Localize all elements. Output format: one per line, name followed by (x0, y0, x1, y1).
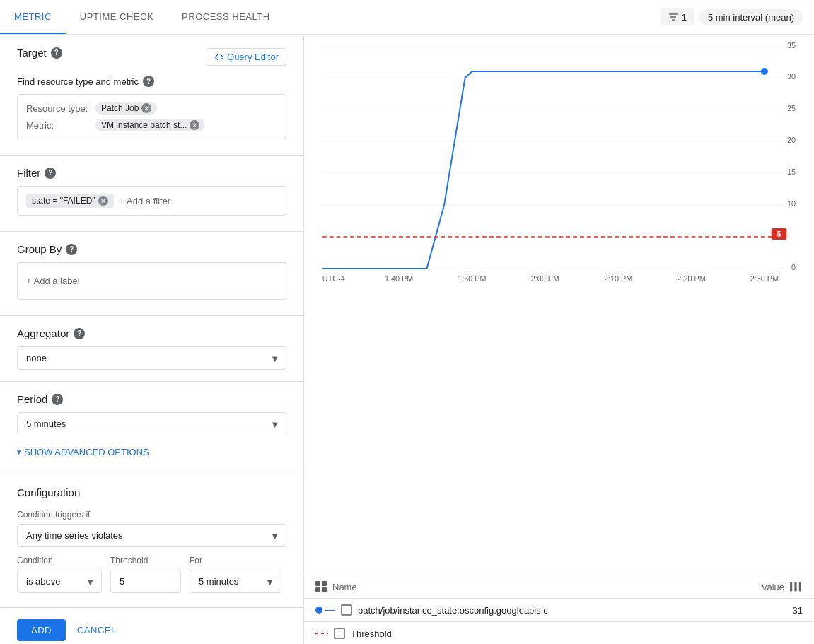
period-help-icon[interactable]: ? (52, 394, 63, 405)
configuration-title: Configuration (17, 486, 286, 498)
column-settings-icon[interactable] (789, 581, 803, 592)
condition-select[interactable]: is above is below is equal to (17, 570, 102, 593)
resource-type-chip[interactable]: Patch Job ✕ (95, 102, 157, 115)
legend-row-metric: patch/job/instance_state:osconfig.google… (304, 599, 814, 622)
threshold-col-label: Threshold (110, 556, 181, 566)
chevron-down-icon: ▾ (17, 447, 21, 457)
legend-row-threshold: Threshold (304, 622, 814, 644)
svg-text:20: 20 (787, 136, 796, 144)
resource-type-label: Resource type: (26, 103, 90, 114)
svg-text:2:00 PM: 2:00 PM (531, 274, 559, 283)
filter-icon (668, 11, 679, 23)
legend-name-col-header: Name (332, 582, 357, 592)
filter-count: 1 (682, 12, 687, 23)
condition-select-wrapper: is above is below is equal to ▼ (17, 570, 102, 593)
tab-process-health[interactable]: PROCESS HEALTH (168, 0, 284, 34)
threshold-row-name: Threshold (351, 628, 392, 639)
svg-text:35: 35 (787, 42, 796, 49)
cancel-button[interactable]: CANCEL (74, 619, 120, 641)
svg-text:15: 15 (787, 168, 796, 176)
for-label: For (190, 556, 281, 566)
metric-row-value: 31 (746, 605, 803, 616)
resource-metric-group: Resource type: Patch Job ✕ Metric: VM in… (17, 94, 286, 139)
code-icon (214, 52, 224, 62)
svg-rect-25 (790, 582, 792, 592)
legend-table: Name Value (304, 575, 814, 644)
metric-label: Metric: (26, 120, 90, 131)
add-button[interactable]: ADD (17, 619, 66, 641)
metric-close[interactable]: ✕ (190, 120, 199, 130)
legend-header: Name Value (304, 575, 814, 599)
svg-point-14 (761, 68, 768, 75)
svg-text:1:40 PM: 1:40 PM (385, 274, 413, 283)
svg-text:25: 25 (787, 104, 796, 112)
interval-badge[interactable]: 5 min interval (mean) (699, 9, 803, 25)
period-title: Period (17, 393, 47, 405)
condition-triggers-select[interactable]: Any time series violates All time series… (17, 524, 286, 547)
metric-row-name: patch/job/instance_state:osconfig.google… (358, 605, 548, 616)
svg-rect-26 (794, 582, 796, 592)
tab-uptime-check[interactable]: UPTIME CHECK (66, 0, 168, 34)
tab-metric[interactable]: METRIC (0, 0, 66, 34)
svg-text:0: 0 (791, 263, 796, 271)
for-select-wrapper: 1 minute 5 minutes 10 minutes 15 minutes… (190, 570, 281, 593)
find-resource-help-icon[interactable]: ? (143, 76, 154, 87)
aggregator-help-icon[interactable]: ? (74, 328, 85, 339)
group-by-help-icon[interactable]: ? (66, 244, 77, 255)
target-title: Target ? (17, 47, 62, 59)
svg-text:30: 30 (787, 72, 796, 81)
aggregator-select[interactable]: none mean min max sum count (17, 346, 286, 370)
filter-group: state = "FAILED" ✕ + Add a filter (17, 186, 286, 216)
group-by-title: Group By (17, 243, 62, 255)
legend-value-col-header: Value (762, 582, 784, 592)
threshold-row-checkbox[interactable] (334, 628, 345, 639)
svg-text:1:50 PM: 1:50 PM (458, 274, 486, 283)
metric-chip[interactable]: VM instance patch st... ✕ (95, 119, 205, 131)
aggregator-select-wrapper: none mean min max sum count ▼ (17, 346, 286, 370)
filter-chip[interactable]: state = "FAILED" ✕ (26, 194, 114, 208)
find-resource-label: Find resource type and metric ? (17, 76, 286, 87)
add-label-button[interactable]: + Add a label (26, 270, 277, 292)
svg-text:2:30 PM: 2:30 PM (750, 274, 779, 283)
svg-text:2:10 PM: 2:10 PM (604, 274, 632, 283)
query-editor-button[interactable]: Query Editor (207, 48, 286, 66)
period-select[interactable]: 1 minute 5 minutes 10 minutes 15 minutes (17, 412, 286, 435)
chart-svg: 35 30 25 20 15 10 0 (315, 42, 803, 283)
metric-row-checkbox[interactable] (341, 604, 352, 616)
target-help-icon[interactable]: ? (51, 47, 62, 59)
add-filter-button[interactable]: + Add a filter (120, 196, 171, 206)
grid-icon (315, 581, 327, 592)
threshold-input[interactable] (110, 570, 181, 593)
chart-container: 35 30 25 20 15 10 0 (304, 35, 814, 572)
configuration-section: Configuration Condition triggers if Any … (0, 472, 303, 607)
threshold-line-indicator (315, 633, 328, 634)
show-advanced-button[interactable]: ▾ SHOW ADVANCED OPTIONS (17, 444, 286, 460)
filter-help-icon[interactable]: ? (45, 168, 56, 179)
svg-text:UTC-4: UTC-4 (322, 274, 345, 283)
svg-text:5: 5 (777, 230, 781, 238)
filter-chip-close[interactable]: ✕ (98, 196, 108, 206)
metric-line-indicator (315, 607, 322, 614)
condition-triggers-label: Condition triggers if (17, 510, 286, 520)
period-select-wrapper: 1 minute 5 minutes 10 minutes 15 minutes… (17, 412, 286, 435)
bottom-bar: ADD CANCEL (0, 607, 303, 644)
condition-label: Condition (17, 556, 102, 566)
filter-title: Filter (17, 167, 40, 179)
filter-badge[interactable]: 1 (661, 8, 694, 25)
group-by-group: + Add a label (17, 262, 286, 300)
condition-triggers-wrapper: Any time series violates All time series… (17, 524, 286, 547)
svg-text:2:20 PM: 2:20 PM (677, 274, 705, 283)
svg-text:10: 10 (787, 199, 796, 208)
for-select[interactable]: 1 minute 5 minutes 10 minutes 15 minutes… (190, 570, 281, 593)
aggregator-title: Aggregator (17, 327, 69, 339)
svg-rect-27 (799, 582, 801, 592)
resource-type-close[interactable]: ✕ (141, 103, 151, 113)
metric-line-end (325, 610, 335, 611)
